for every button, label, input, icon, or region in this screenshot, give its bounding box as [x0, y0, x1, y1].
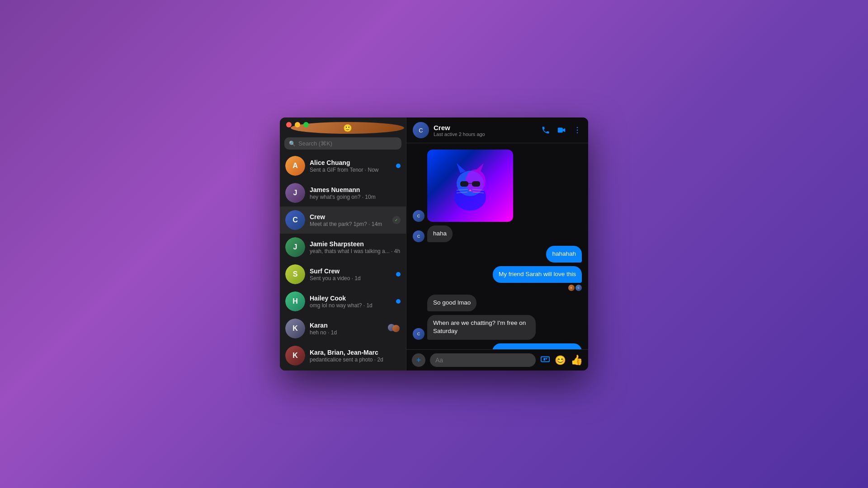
message-bubble: haha: [427, 225, 453, 242]
chat-contact-name: Crew: [434, 124, 537, 131]
conv-info: Kara, Brian, Jean-Marc pedanticalice sen…: [310, 349, 401, 363]
avatar-image: K: [285, 319, 305, 338]
maximize-dot[interactable]: [303, 122, 309, 127]
chat-avatar: C: [413, 122, 429, 138]
avatar: J: [285, 237, 305, 257]
conv-name: Kara, Brian, Jean-Marc: [310, 349, 401, 356]
conv-info: Crew Meet at the park? 1pm? · 14m: [310, 213, 388, 227]
message-avatar: C: [413, 328, 425, 340]
minimize-dot[interactable]: [295, 122, 300, 127]
receipt-avatar-image: K: [568, 285, 575, 291]
list-item[interactable]: J James Nuemann hey what's going on? · 1…: [280, 179, 406, 206]
window-controls: [286, 122, 309, 127]
video-call-button[interactable]: [557, 125, 566, 135]
unread-indicator: [396, 299, 401, 304]
avatar-image: A: [285, 156, 305, 176]
search-icon: 🔍: [289, 141, 296, 147]
conv-info: Jamie Sharpsteen yeah, thats what I was …: [310, 240, 401, 254]
list-item[interactable]: S Surf Crew Sent you a video · 1d: [280, 261, 406, 288]
svg-point-0: [577, 127, 578, 128]
chat-header: C Crew Last active 2 hours ago: [406, 117, 588, 143]
avatar: K: [285, 346, 305, 366]
conv-preview: hey what's going on? · 10m: [310, 194, 401, 200]
cat-image-message: [427, 150, 513, 222]
message-row: hahahah: [413, 246, 582, 263]
phone-call-button[interactable]: [541, 126, 550, 135]
app-window: 🙂 Messenger 🔍 A: [280, 117, 588, 371]
thumbs-up-button[interactable]: 👍: [571, 354, 583, 366]
message-row: My friend Sarah will love this: [413, 266, 582, 283]
conv-preview: Sent you a video · 1d: [310, 275, 392, 282]
avatar: A: [285, 156, 305, 176]
message-row: C When are we chatting? I'm free on Satu…: [413, 315, 582, 340]
avatar-image: J: [285, 183, 305, 203]
list-item[interactable]: J Jamie Sharpsteen yeah, thats what I wa…: [280, 234, 406, 261]
conv-preview: omg lol no way what? · 1d: [310, 302, 392, 309]
svg-marker-7: [475, 163, 484, 173]
conv-name: Jamie Sharpsteen: [310, 240, 401, 248]
message-row: I'm super down for Saturday!: [413, 343, 582, 349]
list-item[interactable]: K Kara, Brian, Jean-Marc pedanticalice s…: [280, 342, 406, 369]
list-item[interactable]: H Hailey Cook omg lol no way what? · 1d: [280, 288, 406, 315]
message-bubble: I'm super down for Saturday!: [492, 343, 582, 349]
conv-name: James Nuemann: [310, 186, 401, 193]
message-row: C haha: [413, 225, 582, 242]
receipt-avatar: C: [576, 285, 582, 291]
receipt-avatar: K: [568, 285, 575, 291]
conv-name: Surf Crew: [310, 267, 392, 275]
conv-name: Hailey Cook: [310, 295, 392, 302]
message-input[interactable]: [430, 353, 536, 367]
conv-info: Alice Chuang Sent a GIF from Tenor · Now: [310, 159, 392, 173]
conv-preview: yeah, thats what I was talking a... · 4h: [310, 248, 401, 254]
list-item[interactable]: S Susie Lee Close enough · 2d: [280, 369, 406, 371]
close-dot[interactable]: [286, 122, 292, 127]
svg-rect-9: [472, 181, 480, 187]
conversation-list: A Alice Chuang Sent a GIF from Tenor · N…: [280, 152, 406, 371]
svg-rect-8: [460, 181, 468, 187]
avatar: H: [285, 291, 305, 311]
receipt-avatar-image: C: [576, 285, 582, 291]
input-action-buttons: 😊 👍: [540, 354, 583, 366]
conv-name: Crew: [310, 213, 388, 221]
list-item[interactable]: A Alice Chuang Sent a GIF from Tenor · N…: [280, 152, 406, 179]
conv-info: Surf Crew Sent you a video · 1d: [310, 267, 392, 282]
avatar-image: S: [285, 264, 305, 284]
avatar-image: J: [285, 237, 305, 257]
conv-preview: heh no · 1d: [310, 329, 383, 336]
message-bubble: When are we chatting? I'm free on Saturd…: [427, 315, 536, 340]
unread-indicator: [396, 272, 401, 277]
messages-area: C: [406, 143, 588, 349]
chat-header-info: Crew Last active 2 hours ago: [434, 124, 537, 137]
sidebar: 🙂 Messenger 🔍 A: [280, 117, 406, 371]
conv-info: James Nuemann hey what's going on? · 10m: [310, 186, 401, 200]
unread-indicator: [396, 164, 401, 168]
message-bubble: hahahah: [546, 246, 582, 263]
avatar: K: [285, 319, 305, 338]
search-input[interactable]: [298, 140, 397, 147]
avatar-image: C: [285, 210, 305, 230]
conv-info: Hailey Cook omg lol no way what? · 1d: [310, 295, 392, 309]
gif-button[interactable]: [540, 354, 550, 366]
list-item[interactable]: C Crew Meet at the park? 1pm? · 14m ✓: [280, 206, 406, 234]
add-attachment-button[interactable]: +: [412, 353, 425, 367]
avatar-image: H: [285, 291, 305, 311]
message-bubble: My friend Sarah will love this: [493, 266, 582, 283]
read-check-indicator: ✓: [392, 216, 401, 224]
sidebar-header: 🙂 Messenger: [280, 117, 406, 137]
emoji-button[interactable]: 😊: [555, 355, 566, 366]
svg-point-1: [577, 130, 578, 131]
avatar: J: [285, 183, 305, 203]
conv-name: Alice Chuang: [310, 159, 392, 166]
chat-contact-status: Last active 2 hours ago: [434, 131, 537, 137]
avatar: C: [285, 210, 305, 230]
list-item[interactable]: K Karan heh no · 1d: [280, 315, 406, 342]
more-options-button[interactable]: [573, 126, 582, 135]
message-input-area: + 😊 👍: [406, 349, 588, 371]
svg-marker-6: [457, 163, 466, 173]
message-avatar: C: [413, 210, 425, 222]
search-bar[interactable]: 🔍: [284, 137, 401, 150]
chat-panel: C Crew Last active 2 hours ago: [406, 117, 588, 371]
conv-preview: Meet at the park? 1pm? · 14m: [310, 221, 388, 227]
message-bubble: So good lmao: [427, 295, 476, 311]
avatar: S: [285, 264, 305, 284]
